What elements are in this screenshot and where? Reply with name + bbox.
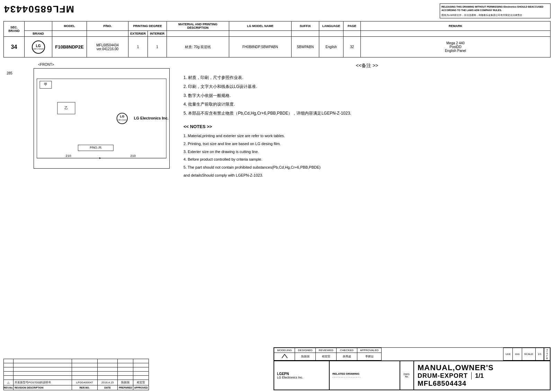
rev-row-main: △ 开发新型号POSTDD的说明书 LFGG400047 2016.4.15 陈…	[4, 380, 149, 385]
svg-text:210: 210	[66, 154, 71, 158]
front-label: <FRONT>	[38, 63, 170, 66]
rev-row-empty-1	[4, 359, 149, 363]
notes-title-en: << NOTES >>	[184, 124, 551, 129]
note-en-4: 4. Before product controlled by criteria…	[184, 156, 551, 163]
rev-row-empty-4	[4, 372, 149, 376]
scale-val: 1/1	[535, 348, 544, 360]
scale-label: SCALE	[522, 348, 535, 360]
title-num: 1/1	[471, 372, 484, 380]
modeling-cell: MODELING	[274, 348, 295, 353]
svg-line-16	[285, 354, 287, 358]
col-lg-model: LG MODEL NAME	[229, 21, 292, 31]
note-cn-4: 4. 批量生产前取的设计限度.	[184, 101, 551, 108]
note-cn-3: 3. 数字大小依据一般规格.	[184, 92, 551, 100]
col-material: MATERIAL AND PRINTING DESCRIPTION	[167, 21, 229, 31]
cell-lg-model: FH0B8NDP.SBWPABN	[229, 37, 292, 57]
col-sec: SEC. BRAND	[4, 21, 25, 37]
related-drawing-block: RELATED DRAWING - - - - - - - - - - - - …	[329, 361, 400, 390]
cell-suffix: SBWPABN	[292, 37, 319, 57]
col-printing: PRINTING DEGREE	[128, 21, 167, 31]
info-table: SEC. BRAND MODEL P/NO. PRINTING DEGREE M…	[3, 21, 551, 57]
related-drawing-val: - - - - - - - - - - - - - - - - -	[332, 375, 397, 378]
notes-title-cn: <<备注 >>	[184, 63, 551, 69]
dwg-no-label: DWG. No.	[401, 373, 413, 378]
col-brand	[25, 21, 52, 31]
main-title-text: MANUAL,OWNER'S	[418, 363, 546, 372]
notes-list-en: 1. Material,printing and exterier size a…	[184, 133, 551, 178]
note-cn-1: 1. 材质，印刷，尺寸参照作业表.	[184, 74, 551, 82]
drawing-number-reversed: MFL68504434	[3, 3, 74, 15]
col-pno: P/NO.	[87, 21, 128, 31]
full-bottom: △ 开发新型号POSTDD的说明书 LFGG400047 2016.4.15 陈…	[3, 347, 551, 390]
title-sub: DRUM-EXPORT	[418, 372, 468, 380]
top-header: MFL68504434 RELEASING THIS DRAWING WITHO…	[3, 3, 551, 18]
svg-text:210: 210	[131, 154, 136, 158]
checked-val: 薛秀超	[337, 353, 357, 360]
cell-brand: LG Life's Good	[25, 37, 52, 57]
reviewed-val: 程宏雷	[316, 353, 337, 360]
note-cn-2: 2. 印刷，文字大小和线条以LG设计基准.	[184, 83, 551, 91]
cell-remark: Mega 2 440 PostDD English Panel	[361, 37, 551, 57]
col-rem-sub	[361, 31, 551, 37]
svg-text:LG Electronics Inc.: LG Electronics Inc.	[134, 116, 169, 120]
notice-chinese: 图纸为LG内部文件，非法流通将，和随着乐金集团公司有关限定法法律责任	[441, 14, 549, 17]
rev-row-empty-2	[4, 363, 149, 367]
col-mat-sub	[167, 31, 229, 37]
col-page: PAGE	[343, 21, 361, 31]
cell-language: English	[319, 37, 343, 57]
col-suffix: SUFFIX	[292, 21, 319, 31]
note-en-1: 1. Material,printing and exterier size a…	[184, 133, 551, 139]
svg-text:乙: 乙	[65, 106, 68, 110]
unit-val: mm	[513, 348, 522, 360]
note-en-3: 3. Exterier size on the drawing is cutti…	[184, 149, 551, 155]
main-content: <FRONT> 285 甲 乙	[3, 63, 551, 180]
technical-drawing: 甲 乙 LG Life's Good LG Electronics Inc. P…	[34, 68, 170, 169]
notes-list-cn: 1. 材质，印刷，尺寸参照作业表. 2. 印刷，文字大小和线条以LG设计基准. …	[184, 74, 551, 117]
company-block: LGEPN LG Electronics Inc.	[274, 361, 329, 390]
page-container: MFL68504434 RELEASING THIS DRAWING WITHO…	[0, 0, 554, 392]
col-lg-sub	[229, 31, 292, 37]
col-interier: INTERIER	[148, 31, 167, 37]
designed-cell: DESIGNED	[295, 348, 316, 353]
checked-cell: CHECKED	[337, 348, 357, 353]
title-block: MODELING DESIGNED REVIEWED CHECKED APPRO…	[274, 347, 551, 390]
cell-exterior: 1	[128, 37, 148, 57]
approval-scale-row: MODELING DESIGNED REVIEWED CHECKED APPRO…	[274, 348, 550, 361]
cell-interier: 1	[148, 37, 167, 57]
col-language: LANGUAGE	[319, 21, 343, 31]
company-line2: LG Electronics Inc.	[277, 376, 326, 379]
cell-pno: MFL68504434 ver.041216.00	[87, 37, 128, 57]
rev-row-empty-3	[4, 367, 149, 372]
main-title-block: MANUAL,OWNER'S DRUM-EXPORT 1/1 MFL685044…	[414, 361, 550, 390]
col-exterior: EXTERIER	[128, 31, 148, 37]
bottom-tables-row: △ 开发新型号POSTDD的说明书 LFGG400047 2016.4.15 陈…	[3, 347, 551, 390]
cell-sec: 34	[4, 37, 25, 57]
dwg-no-block: DWG. No.	[400, 361, 414, 390]
svg-text:LG: LG	[120, 115, 125, 118]
notice-title: RELEASING THIS DRAWING WITHOUT PERMISSII…	[441, 5, 549, 12]
cell-material: 材质: 70g 双层纸	[167, 37, 229, 57]
approvaled-val: 李揆喆	[357, 353, 382, 360]
company-line1: LGEPN	[277, 372, 326, 376]
unit-scale-table: Unit mm SCALE 1/1	[503, 348, 544, 360]
designed-val: 陈新国	[295, 353, 316, 360]
related-drawing-label: RELATED DRAWING	[332, 372, 397, 375]
top-right-notice: RELEASING THIS DRAWING WITHOUT PERMISSII…	[440, 3, 551, 18]
title-vertical: T I T L E	[544, 348, 550, 360]
notes-area: <<备注 >> 1. 材质，印刷，尺寸参照作业表. 2. 印刷，文字大小和线条以…	[177, 63, 551, 180]
rev-header-row: REV.No. REVISION DESCRIPTION RER.NO. DAT…	[4, 385, 149, 390]
svg-line-15	[282, 354, 285, 358]
drawing-area: <FRONT> 285 甲 乙	[3, 63, 170, 180]
approval-table: MODELING DESIGNED REVIEWED CHECKED APPRO…	[274, 348, 382, 360]
company-title-row: LGEPN LG Electronics Inc. RELATED DRAWIN…	[274, 361, 550, 390]
svg-text:甲: 甲	[44, 82, 47, 86]
drawing-no-large: MFL68504434	[418, 380, 546, 387]
col-model-sub	[52, 31, 87, 37]
note-en-5b: and detailsShould comply with LGEPN-Z-10…	[184, 172, 551, 179]
note-cn-5: 5. 本部品不应含有禁止物质（Pb,Cd,Hg,Cr+6,PBB,PBDE），详…	[184, 110, 551, 117]
cell-model: F10B8NDP2E	[52, 37, 87, 57]
cell-page: 32	[343, 37, 361, 57]
dim-height-value: 285	[7, 71, 12, 75]
approvaled-cell: APPROVALED	[357, 348, 382, 353]
col-pno-sub	[87, 31, 128, 37]
